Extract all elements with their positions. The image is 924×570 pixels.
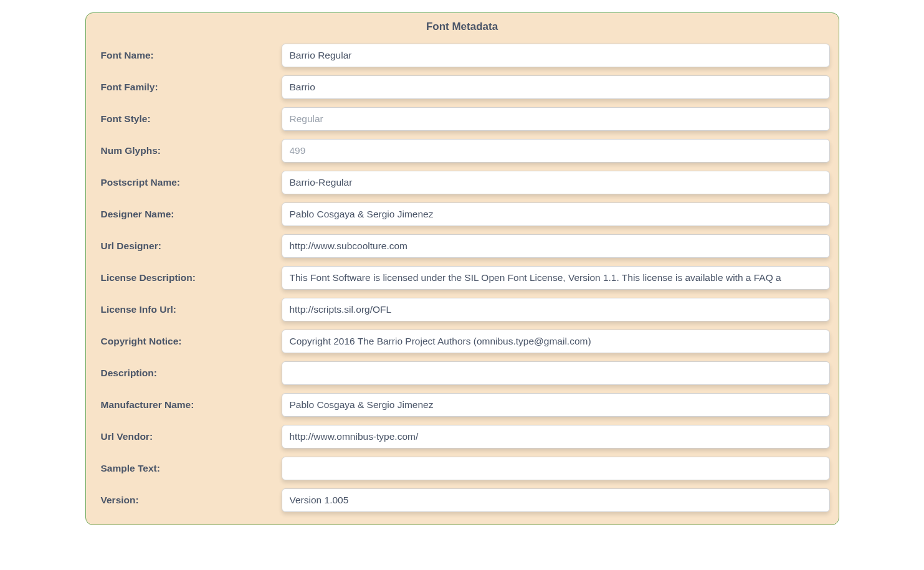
row-license-description: License Description:	[95, 266, 830, 290]
row-sample-text: Sample Text:	[95, 457, 830, 480]
input-copyright-notice[interactable]	[282, 330, 830, 353]
row-version: Version:	[95, 488, 830, 512]
input-license-info-url[interactable]	[282, 298, 830, 321]
row-designer-name: Designer Name:	[95, 202, 830, 226]
font-metadata-panel: Font Metadata Font Name: Font Family: Fo…	[85, 12, 839, 525]
row-postscript-name: Postscript Name:	[95, 171, 830, 194]
input-sample-text[interactable]	[282, 457, 830, 480]
label-postscript-name: Postscript Name:	[95, 177, 282, 188]
label-url-designer: Url Designer:	[95, 240, 282, 252]
input-url-designer[interactable]	[282, 234, 830, 258]
label-copyright-notice: Copyright Notice:	[95, 336, 282, 347]
label-license-info-url: License Info Url:	[95, 304, 282, 315]
label-font-name: Font Name:	[95, 50, 282, 61]
input-version[interactable]	[282, 488, 830, 512]
row-font-style: Font Style:	[95, 107, 830, 131]
input-url-vendor[interactable]	[282, 425, 830, 449]
input-designer-name[interactable]	[282, 202, 830, 226]
input-font-style	[282, 107, 830, 131]
input-license-description[interactable]	[282, 266, 830, 290]
label-designer-name: Designer Name:	[95, 209, 282, 220]
row-description: Description:	[95, 361, 830, 385]
label-font-style: Font Style:	[95, 113, 282, 125]
label-license-description: License Description:	[95, 272, 282, 283]
label-num-glyphs: Num Glyphs:	[95, 145, 282, 156]
label-manufacturer-name: Manufacturer Name:	[95, 399, 282, 411]
input-num-glyphs	[282, 139, 830, 163]
input-manufacturer-name[interactable]	[282, 393, 830, 417]
input-description[interactable]	[282, 361, 830, 385]
row-font-name: Font Name:	[95, 44, 830, 67]
label-version: Version:	[95, 495, 282, 506]
input-font-name[interactable]	[282, 44, 830, 67]
label-font-family: Font Family:	[95, 82, 282, 93]
label-description: Description:	[95, 368, 282, 379]
row-license-info-url: License Info Url:	[95, 298, 830, 321]
label-sample-text: Sample Text:	[95, 463, 282, 474]
label-url-vendor: Url Vendor:	[95, 431, 282, 442]
row-copyright-notice: Copyright Notice:	[95, 330, 830, 353]
row-url-vendor: Url Vendor:	[95, 425, 830, 449]
row-manufacturer-name: Manufacturer Name:	[95, 393, 830, 417]
row-url-designer: Url Designer:	[95, 234, 830, 258]
input-postscript-name[interactable]	[282, 171, 830, 194]
row-font-family: Font Family:	[95, 75, 830, 99]
row-num-glyphs: Num Glyphs:	[95, 139, 830, 163]
input-font-family[interactable]	[282, 75, 830, 99]
panel-title: Font Metadata	[95, 17, 830, 36]
